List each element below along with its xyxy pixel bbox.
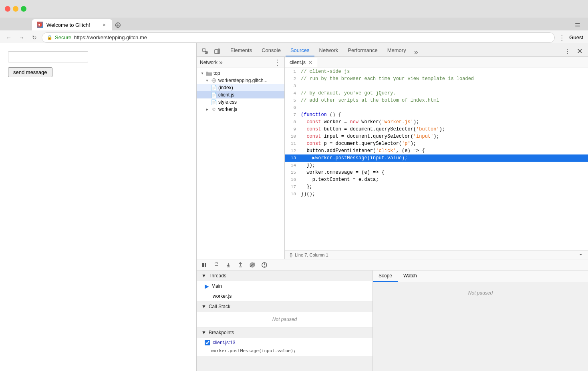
code-line-8: 8 const worker = new Worker('worker.js')… — [285, 118, 588, 126]
new-tab-button[interactable]: ⊕ — [112, 19, 123, 30]
code-line-14: 14 }); — [285, 162, 588, 169]
code-line-13: 13 ▶worker.​postMessage(input.value); — [285, 154, 588, 162]
tab-elements[interactable]: Elements — [226, 45, 257, 56]
tab-close-button[interactable]: ✕ — [101, 22, 107, 28]
curly-icon: {} — [290, 253, 292, 257]
reload-button[interactable]: ↻ — [29, 32, 40, 43]
tab-network[interactable]: Network — [314, 45, 343, 56]
tree-item-style-css[interactable]: 📄 style.css — [197, 98, 284, 106]
breakpoint-file: client.js:13 — [213, 340, 236, 345]
thread-worker[interactable]: worker.js — [197, 291, 373, 301]
tree-arrow-domain: ▼ — [205, 78, 209, 83]
code-line-11: 11 const p = document.querySelector('p')… — [285, 140, 588, 147]
pause-resume-button[interactable] — [200, 261, 209, 269]
tree-label-index: (index) — [218, 85, 233, 90]
callstack-section: ▼ Call Stack Not paused — [197, 301, 373, 327]
breakpoint-checkbox[interactable] — [205, 340, 210, 345]
tab-console[interactable]: Console — [257, 45, 286, 56]
file-icon-client: 📄 — [211, 92, 217, 98]
tab-memory[interactable]: Memory — [383, 45, 411, 56]
breakpoint-item[interactable]: client.js:13 — [197, 338, 373, 347]
editor-tab-client-js[interactable]: client.js ✕ — [285, 58, 318, 67]
close-traffic-light[interactable] — [5, 6, 10, 12]
tab-performance[interactable]: Performance — [343, 45, 382, 56]
more-tabs-button[interactable]: » — [411, 48, 421, 56]
code-line-5: 5 // add other scripts at the bottom of … — [285, 97, 588, 104]
tree-label-worker: worker.js — [218, 106, 237, 112]
sources-more-button[interactable]: » — [219, 59, 223, 66]
code-line-4: 4 // by default, you've got jQuery, — [285, 90, 588, 97]
code-line-1: 1 // client-side js — [285, 68, 588, 75]
url-text: https://workerstepping.glitch.me — [74, 34, 147, 40]
message-input[interactable] — [8, 51, 88, 62]
tree-item-domain[interactable]: ▼ workerstepping.glitch... — [197, 77, 284, 84]
code-line-2: 2 // run by the browser each time your v… — [285, 75, 588, 82]
thread-main-label: Main — [211, 283, 222, 289]
callstack-header[interactable]: ▼ Call Stack — [197, 301, 373, 312]
sources-menu-button[interactable]: ⋮ — [274, 58, 281, 67]
step-out-button[interactable] — [236, 261, 245, 269]
minimize-traffic-light[interactable] — [13, 6, 18, 12]
code-content[interactable]: 1 // client-side js 2 // run by the brow… — [285, 68, 588, 250]
step-into-button[interactable] — [224, 261, 233, 269]
devtools-close-button[interactable]: ✕ — [574, 46, 585, 56]
address-bar[interactable]: 🔒 Secure https://workerstepping.glitch.m… — [42, 32, 555, 43]
callstack-arrow: ▼ — [201, 304, 206, 309]
status-dropdown-icon[interactable] — [578, 252, 583, 258]
worker-icon: ⚙ — [211, 106, 217, 112]
breakpoints-arrow: ▼ — [201, 330, 206, 335]
tab-favicon — [37, 22, 43, 28]
back-button[interactable]: ← — [3, 32, 14, 43]
tree-item-client-js[interactable]: 📄 client.js — [197, 91, 284, 98]
send-message-button[interactable]: send message — [8, 67, 52, 77]
devtools-settings-button[interactable]: ⋮ — [562, 46, 573, 56]
secure-icon: 🔒 — [47, 35, 52, 40]
thread-main[interactable]: ▶ Main — [197, 281, 373, 291]
debug-right-panel: Scope Watch Not paused — [373, 271, 588, 371]
inspect-element-button[interactable] — [200, 46, 210, 56]
tree-label-style: style.css — [218, 99, 237, 105]
callstack-not-paused: Not paused — [197, 312, 373, 327]
tree-item-worker-js[interactable]: ▶ ⚙ worker.js — [197, 106, 284, 113]
browser-menu-button[interactable]: ⋮ — [556, 32, 568, 43]
tab-watch[interactable]: Watch — [398, 271, 423, 282]
tree-item-index[interactable]: 📄 (index) — [197, 84, 284, 91]
tree-item-top[interactable]: ▼ top — [197, 70, 284, 77]
scope-not-paused: Not paused — [376, 285, 585, 301]
breakpoints-header[interactable]: ▼ Breakpoints — [197, 327, 373, 338]
editor-tab-bar: client.js ✕ — [285, 57, 588, 68]
threads-section: ▼ Threads ▶ Main worker.js — [197, 271, 373, 301]
maximize-traffic-light[interactable] — [21, 6, 26, 12]
folder-icon-top — [206, 70, 212, 76]
tab-sources[interactable]: Sources — [286, 45, 314, 56]
tab-scope[interactable]: Scope — [373, 271, 398, 282]
tree-label-top: top — [213, 70, 220, 76]
threads-label: Threads — [209, 273, 226, 279]
secure-label: Secure — [55, 34, 71, 40]
tab-title: Welcome to Glitch! — [46, 22, 90, 28]
debug-toolbar — [197, 259, 588, 271]
code-line-3: 3 — [285, 82, 588, 90]
tree-arrow-top: ▼ — [200, 71, 205, 76]
extend-tab-button[interactable] — [570, 19, 585, 30]
editor-tab-close[interactable]: ✕ — [308, 59, 313, 66]
threads-arrow: ▼ — [201, 273, 206, 279]
tree-label-domain: workerstepping.glitch... — [218, 78, 268, 83]
svg-rect-4 — [203, 49, 205, 51]
threads-header[interactable]: ▼ Threads — [197, 271, 373, 281]
step-over-button[interactable] — [212, 261, 221, 269]
pause-on-exceptions-button[interactable] — [260, 261, 269, 269]
file-icon-style: 📄 — [211, 99, 217, 105]
forward-button[interactable]: → — [16, 32, 27, 43]
thread-main-arrow: ▶ — [205, 283, 209, 289]
sources-panel-label: Network — [200, 60, 217, 65]
code-line-9: 9 const button = document.querySelector(… — [285, 126, 588, 133]
device-toolbar-button[interactable] — [212, 46, 222, 56]
svg-point-1 — [38, 24, 40, 26]
devtools-panel: Elements Console Sources Network Perform… — [196, 43, 588, 371]
browser-tab[interactable]: Welcome to Glitch! ✕ — [32, 19, 112, 30]
guest-label: Guest — [569, 34, 585, 40]
svg-rect-2 — [575, 23, 580, 24]
deactivate-breakpoints-button[interactable] — [248, 261, 257, 269]
code-line-7: 7 (function () { — [285, 111, 588, 118]
